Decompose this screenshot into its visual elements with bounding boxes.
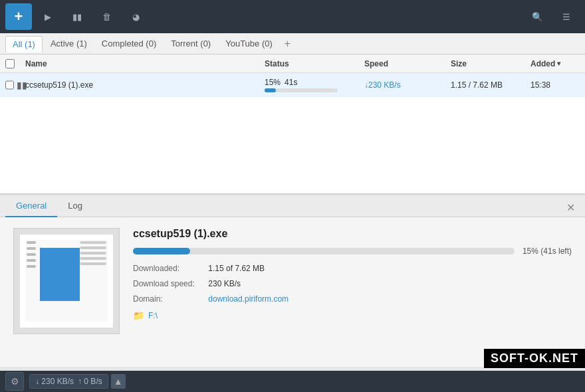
- download-speed: ↓ 230 KB/s: [35, 377, 74, 386]
- detail-content: ccsetup519 (1).exe 15% (41s left) Downlo…: [0, 217, 585, 345]
- table-header: Name Status Speed Size Added ▾: [0, 54, 585, 73]
- row-checkbox[interactable]: [5, 80, 14, 90]
- preview-line: [80, 241, 106, 244]
- toolbar-right: 🔍 ☰: [524, 3, 580, 30]
- preview-dot: [27, 247, 36, 250]
- gear-icon: ⚙: [11, 376, 19, 387]
- detail-tab-general[interactable]: General: [5, 195, 57, 217]
- row-progress-pct: 15%: [265, 78, 281, 87]
- domain-label: Domain:: [133, 292, 206, 307]
- row-size: 1.15 / 7.62 MB: [445, 80, 525, 90]
- domain-value: download.piriform.com: [208, 294, 289, 304]
- detail-tabs: General Log: [0, 195, 585, 217]
- detail-close-button[interactable]: ✕: [562, 199, 578, 215]
- header-status: Status: [259, 59, 359, 68]
- trash-icon: 🗑: [102, 12, 111, 22]
- pause-button[interactable]: ▮▮: [64, 3, 90, 30]
- delete-button[interactable]: 🗑: [93, 3, 120, 30]
- detail-filename: ccsetup519 (1).exe: [133, 228, 572, 240]
- file-preview-inner: [20, 235, 113, 328]
- menu-button[interactable]: ☰: [553, 3, 580, 30]
- box-icon: ◕: [132, 12, 140, 22]
- add-button[interactable]: +: [5, 3, 32, 30]
- gear-button[interactable]: ⚙: [5, 372, 24, 391]
- search-icon: 🔍: [532, 12, 543, 22]
- tab-add[interactable]: +: [281, 37, 294, 51]
- downloaded-label: Downloaded:: [133, 261, 206, 276]
- preview-dot: [27, 253, 36, 256]
- header-added: Added ▾: [525, 59, 585, 68]
- detail-folder-link[interactable]: 📁 F:\: [133, 310, 572, 321]
- preview-dots: [27, 241, 36, 268]
- speed-value: 230 KB/s: [208, 279, 241, 288]
- folder-icon: 📁: [133, 310, 144, 321]
- row-status: 15% 41s: [259, 78, 359, 92]
- row-filename: ccsetup519 (1).exe: [20, 80, 259, 90]
- tab-completed[interactable]: Completed (0): [95, 36, 163, 51]
- watermark: SOFT-OK.NET: [484, 349, 585, 368]
- play-button[interactable]: ▶: [35, 3, 61, 30]
- downloads-table: Name Status Speed Size Added ▾ ▮▮ ccsetu…: [0, 54, 585, 194]
- tabs-bar: All (1) Active (1) Completed (0) Torrent…: [0, 33, 585, 54]
- play-icon: ▶: [45, 12, 51, 22]
- tab-youtube[interactable]: YouTube (0): [219, 36, 279, 51]
- preview-line: [80, 257, 106, 260]
- statusbar: ⚙ ↓ 230 KB/s ↑ 0 B/s ▲: [0, 371, 585, 392]
- detail-tab-log[interactable]: Log: [57, 195, 93, 217]
- tab-all[interactable]: All (1): [5, 36, 43, 52]
- preview-line: [80, 246, 106, 249]
- tab-torrent[interactable]: Torrent (0): [164, 36, 217, 51]
- sort-icon: ▾: [557, 60, 560, 67]
- row-check: ▮▮: [0, 78, 20, 92]
- row-added: 15:38: [525, 80, 585, 90]
- preview-line: [80, 252, 106, 254]
- speed-label: Download speed:: [133, 276, 206, 292]
- header-checkbox: [0, 59, 20, 68]
- detail-domain-row: Domain: download.piriform.com: [133, 292, 572, 307]
- file-preview: [13, 228, 120, 334]
- row-progress-time: 41s: [285, 78, 297, 87]
- preview-dot: [27, 259, 36, 262]
- search-button[interactable]: 🔍: [524, 3, 550, 30]
- row-progress-track: [265, 88, 338, 92]
- schedule-button[interactable]: ◕: [122, 3, 149, 30]
- upload-speed: ↑ 0 B/s: [78, 377, 102, 386]
- header-size: Size: [445, 59, 525, 68]
- header-name: Name: [20, 59, 259, 68]
- pause-icon: ▮▮: [72, 12, 82, 22]
- preview-lines: [80, 241, 106, 265]
- preview-blue-block: [40, 248, 80, 301]
- detail-speed-row: Download speed: 230 KB/s: [133, 276, 572, 292]
- toolbar: + ▶ ▮▮ 🗑 ◕ 🔍 ☰: [0, 0, 585, 33]
- preview-line: [80, 262, 106, 265]
- preview-dot: [27, 241, 36, 244]
- tab-active[interactable]: Active (1): [44, 36, 94, 51]
- hamburger-icon: ☰: [562, 12, 570, 22]
- expand-button[interactable]: ▲: [111, 374, 126, 389]
- detail-progress-pct: 15% (41s left): [523, 246, 572, 256]
- preview-dot: [27, 265, 36, 268]
- detail-progress-row: 15% (41s left): [133, 246, 572, 256]
- detail-progress-track: [133, 248, 515, 254]
- speed-badge: ↓ 230 KB/s ↑ 0 B/s: [29, 374, 108, 389]
- detail-info: ccsetup519 (1).exe 15% (41s left) Downlo…: [133, 228, 572, 334]
- downloaded-value: 1.15 of 7.62 MB: [208, 264, 265, 273]
- row-progress-fill: [265, 88, 276, 92]
- table-row[interactable]: ▮▮ ccsetup519 (1).exe 15% 41s ↓230 KB/s …: [0, 73, 585, 97]
- add-icon: +: [15, 8, 23, 25]
- detail-progress-fill: [133, 248, 190, 254]
- detail-panel: General Log ✕: [0, 194, 585, 367]
- row-speed: ↓230 KB/s: [359, 80, 445, 90]
- folder-path: F:\: [148, 311, 158, 320]
- detail-downloaded-row: Downloaded: 1.15 of 7.62 MB: [133, 261, 572, 276]
- detail-meta: Downloaded: 1.15 of 7.62 MB Download spe…: [133, 261, 572, 306]
- header-speed: Speed: [359, 59, 445, 68]
- select-all-checkbox[interactable]: [5, 59, 15, 68]
